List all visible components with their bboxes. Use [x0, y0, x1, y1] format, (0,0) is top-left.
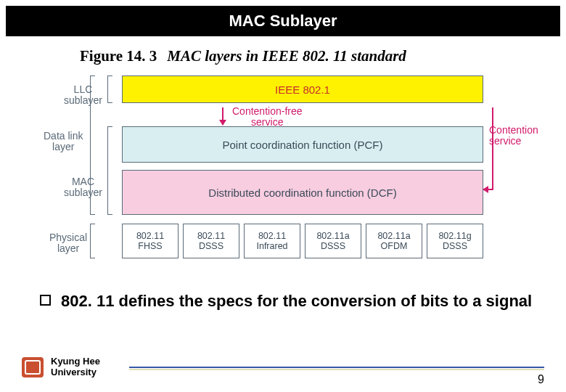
- box-pcf: Point coordination function (PCF): [122, 126, 483, 163]
- bullet-icon: [40, 295, 51, 306]
- phys-cell-fhss: 802.11 FHSS: [122, 224, 179, 258]
- phys-cell-line1: 802.11a: [316, 231, 349, 241]
- phys-cell-infrared: 802.11 Infrared: [244, 224, 300, 258]
- label-contention-free: Contention-free service: [232, 106, 303, 128]
- page-number: 9: [538, 373, 544, 386]
- arrow-left-icon: [483, 189, 493, 190]
- label-contention: Contention service: [489, 125, 538, 147]
- bracket-icon: [90, 224, 91, 258]
- label-physical-layer: Physical layer: [49, 232, 87, 255]
- phys-cell-line1: 802.11: [136, 231, 164, 241]
- footer-divider: [129, 367, 544, 368]
- university-name: Kyung Hee University: [51, 356, 100, 377]
- phys-cell-line2: Infrared: [256, 241, 287, 251]
- label-mac-sublayer: MAC sublayer: [64, 176, 102, 199]
- phys-cell-line2: FHSS: [138, 241, 162, 251]
- phys-cell-line1: 802.11: [197, 231, 225, 241]
- bracket-icon: [107, 126, 108, 215]
- phys-cell-a-ofdm: 802.11a OFDM: [366, 224, 422, 258]
- box-dcf: Distributed coordination function (DCF): [122, 170, 483, 215]
- phys-cell-line1: 802.11: [258, 231, 286, 241]
- bullet-point: 802. 11 defines the specs for the conver…: [40, 290, 544, 312]
- mac-layers-diagram: LLC sublayer Data link layer MAC sublaye…: [44, 73, 537, 276]
- bullet-text: 802. 11 defines the specs for the conver…: [61, 290, 532, 312]
- phys-cell-line2: DSSS: [199, 241, 223, 251]
- phys-cell-g-dsss: 802.11g DSSS: [427, 224, 483, 258]
- phys-cell-line2: OFDM: [381, 241, 408, 251]
- phys-cell-line2: DSSS: [443, 241, 467, 251]
- phys-cell-dsss: 802.11 DSSS: [183, 224, 239, 258]
- phys-cell-line1: 802.11a: [377, 231, 410, 241]
- label-llc-sublayer: LLC sublayer: [64, 84, 102, 107]
- figure-caption: MAC layers in IEEE 802. 11 standard: [167, 47, 406, 65]
- box-ieee-8021: IEEE 802.1: [122, 75, 483, 103]
- arrow-line-icon: [492, 107, 493, 190]
- figure-label: Figure 14. 3 MAC layers in IEEE 802. 11 …: [80, 47, 406, 65]
- university-logo-icon: [22, 357, 44, 377]
- figure-number: Figure 14. 3: [80, 47, 157, 65]
- phys-cell-line2: DSSS: [321, 241, 345, 251]
- arrow-down-icon: [222, 107, 223, 125]
- slide-footer: Kyung Hee University: [22, 356, 544, 377]
- label-data-link-layer: Data link layer: [44, 131, 83, 153]
- bracket-icon: [107, 75, 108, 103]
- phys-cell-a-dsss: 802.11a DSSS: [305, 224, 361, 258]
- phys-cell-line1: 802.11g: [438, 231, 471, 241]
- slide-title: MAC Sublayer: [229, 12, 337, 30]
- physical-layer-row: 802.11 FHSS 802.11 DSSS 802.11 Infrared …: [122, 224, 483, 258]
- bracket-icon: [90, 75, 91, 215]
- slide-title-bar: MAC Sublayer: [6, 6, 560, 36]
